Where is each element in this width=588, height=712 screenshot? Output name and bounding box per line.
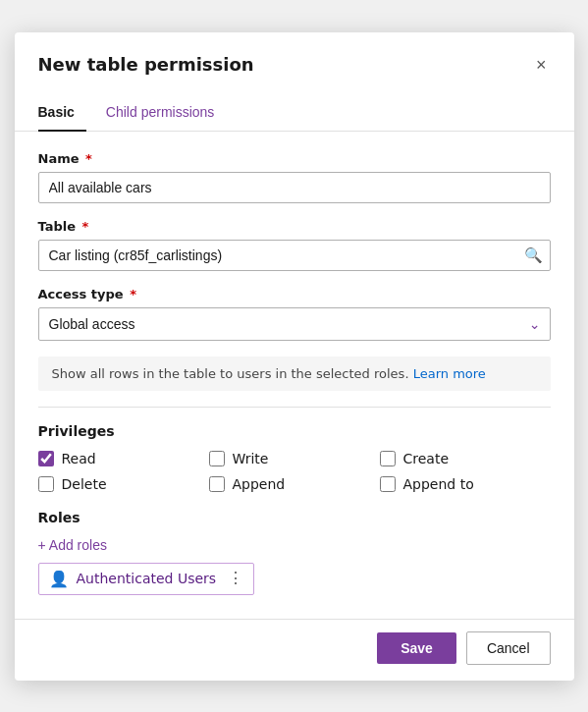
privilege-append-to[interactable]: Append to xyxy=(380,476,551,492)
close-button[interactable]: × xyxy=(532,52,551,78)
role-more-button[interactable]: ⋮ xyxy=(228,571,243,586)
privileges-label: Privileges xyxy=(38,423,551,439)
privilege-read-checkbox[interactable] xyxy=(38,451,54,466)
role-chip-label: Authenticated Users xyxy=(77,571,217,586)
new-table-permission-dialog: New table permission × Basic Child permi… xyxy=(15,32,574,681)
privilege-create-checkbox[interactable] xyxy=(380,451,396,466)
tab-basic[interactable]: Basic xyxy=(38,98,86,132)
dialog-header: New table permission × xyxy=(15,32,574,78)
roles-label: Roles xyxy=(38,510,551,525)
tab-child-permissions[interactable]: Child permissions xyxy=(106,98,226,132)
table-label: Table * xyxy=(38,219,551,234)
privilege-delete-checkbox[interactable] xyxy=(38,476,54,492)
user-icon: 👤 xyxy=(49,570,69,588)
access-type-select[interactable]: Global access Team members Business unit… xyxy=(38,307,551,341)
info-box: Show all rows in the table to users in t… xyxy=(38,356,551,391)
privilege-delete[interactable]: Delete xyxy=(38,476,209,492)
privileges-grid: Read Write Create Delete Append Append t… xyxy=(38,451,551,492)
privilege-read[interactable]: Read xyxy=(38,451,209,466)
name-field-group: Name * xyxy=(38,151,551,203)
table-input[interactable] xyxy=(38,240,551,271)
table-field-group: Table * 🔍 xyxy=(38,219,551,271)
add-roles-button[interactable]: + Add roles xyxy=(38,537,107,553)
privilege-append-checkbox[interactable] xyxy=(209,476,225,492)
access-type-field-group: Access type * Global access Team members… xyxy=(38,287,551,341)
role-chip-authenticated: 👤 Authenticated Users ⋮ xyxy=(38,563,254,595)
dialog-title: New table permission xyxy=(38,54,254,75)
access-type-label: Access type * xyxy=(38,287,551,301)
privilege-write-checkbox[interactable] xyxy=(209,451,225,466)
privilege-append[interactable]: Append xyxy=(209,476,380,492)
learn-more-link[interactable]: Learn more xyxy=(413,366,486,381)
table-search-button[interactable]: 🔍 xyxy=(524,246,543,264)
privilege-append-to-checkbox[interactable] xyxy=(380,476,396,492)
save-button[interactable]: Save xyxy=(377,632,456,664)
tab-bar: Basic Child permissions xyxy=(15,85,574,132)
search-icon: 🔍 xyxy=(524,246,543,263)
cancel-button[interactable]: Cancel xyxy=(466,631,551,665)
name-label: Name * xyxy=(38,151,551,166)
privilege-write[interactable]: Write xyxy=(209,451,380,466)
access-type-select-wrapper: Global access Team members Business unit… xyxy=(38,307,551,341)
dialog-body: Name * Table * 🔍 Access type * Global ac… xyxy=(15,132,574,619)
table-input-wrapper: 🔍 xyxy=(38,240,551,271)
name-input[interactable] xyxy=(38,172,551,203)
roles-section: Roles + Add roles 👤 Authenticated Users … xyxy=(38,510,551,595)
dialog-footer: Save Cancel xyxy=(15,619,574,681)
divider xyxy=(38,407,551,408)
privilege-create[interactable]: Create xyxy=(380,451,551,466)
